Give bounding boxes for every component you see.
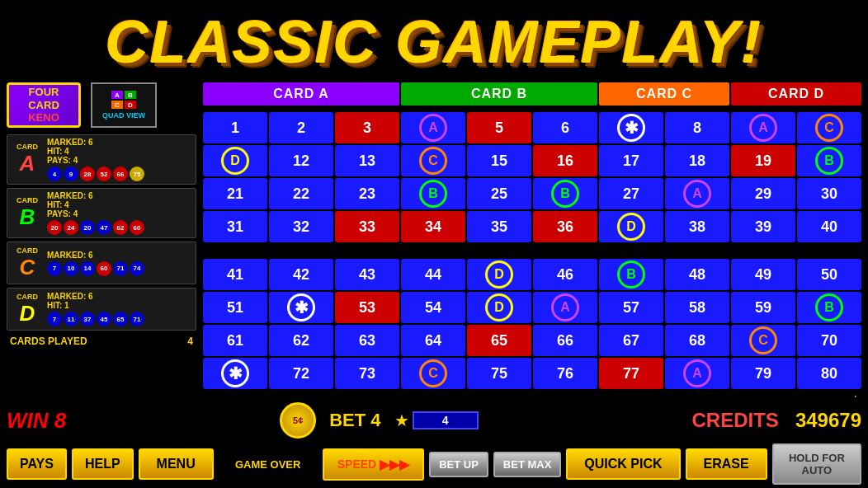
- grid1-cell-12[interactable]: 12: [269, 145, 333, 176]
- grid2-cell-25[interactable]: 65: [467, 325, 531, 356]
- grid1-cell-23[interactable]: 23: [335, 178, 399, 209]
- grid1-cell-39[interactable]: 39: [731, 211, 795, 242]
- grid2-cell-12[interactable]: ✱: [269, 292, 333, 323]
- grid2-cell-20[interactable]: B: [797, 292, 861, 323]
- pays-button[interactable]: PAYS: [7, 448, 67, 480]
- grid2-cell-4[interactable]: 44: [401, 259, 465, 290]
- speed-button[interactable]: SPEED ▶▶▶: [323, 448, 424, 481]
- grid1-cell-21[interactable]: 21: [203, 178, 267, 209]
- erase-button[interactable]: ERASE: [686, 448, 767, 480]
- bet-max-button[interactable]: BET MAX: [493, 452, 562, 477]
- menu-button[interactable]: MENU: [139, 448, 214, 480]
- card-a-num1: 4: [47, 167, 62, 181]
- grid2-cell-18[interactable]: 58: [665, 292, 729, 323]
- grid1-cell-22[interactable]: 22: [269, 178, 333, 209]
- grid1-cell-29[interactable]: 29: [731, 178, 795, 209]
- grid2-cell-28[interactable]: 68: [665, 325, 729, 356]
- grid2-cell-10[interactable]: 50: [797, 259, 861, 290]
- bet-up-button[interactable]: BET UP: [429, 452, 488, 477]
- grid2-cell-21[interactable]: 61: [203, 325, 267, 356]
- help-button[interactable]: HELP: [72, 448, 134, 480]
- grid1-cell-18[interactable]: 18: [665, 145, 729, 176]
- grid1-cell-24[interactable]: B: [401, 178, 465, 209]
- grid2-cell-11[interactable]: 51: [203, 292, 267, 323]
- grid1-cell-19[interactable]: 19: [731, 145, 795, 176]
- grid1-cell-9[interactable]: A: [731, 112, 795, 143]
- grid1-cell-11[interactable]: D: [203, 145, 267, 176]
- grid2-cell-14[interactable]: 54: [401, 292, 465, 323]
- grid1-cell-38[interactable]: 38: [665, 211, 729, 242]
- grid1-cell-17[interactable]: 17: [599, 145, 663, 176]
- grid2-cell-23[interactable]: 63: [335, 325, 399, 356]
- card-c-info: CARD C MARKED: 6 7 10 14 60 71 74: [7, 242, 196, 284]
- grid1-cell-3[interactable]: 3: [335, 112, 399, 143]
- grid1-cell-28[interactable]: A: [665, 178, 729, 209]
- grid1-cell-20[interactable]: B: [797, 145, 861, 176]
- grid2-cell-17[interactable]: 57: [599, 292, 663, 323]
- grid2-cell-32[interactable]: 72: [269, 358, 333, 389]
- grid2-cell-39[interactable]: 79: [731, 358, 795, 389]
- grid1-cell-2[interactable]: 2: [269, 112, 333, 143]
- card-a-num6: 75: [130, 167, 144, 181]
- quick-pick-button[interactable]: QUICK PICK: [566, 448, 680, 480]
- hold-for-auto-button[interactable]: HOLD FOR AUTO: [772, 443, 861, 485]
- grid1-cell-4[interactable]: A: [401, 112, 465, 143]
- grid1-cell-31[interactable]: 31: [203, 211, 267, 242]
- grid2-cell-9[interactable]: 49: [731, 259, 795, 290]
- grid1-cell-13[interactable]: 13: [335, 145, 399, 176]
- logo-row: FOURCARDKENO A B C D QUAD VIEW: [7, 82, 196, 128]
- grid2-cell-8[interactable]: 48: [665, 259, 729, 290]
- grid1-cell-16[interactable]: 16: [533, 145, 597, 176]
- card-c-num2: 10: [64, 261, 78, 276]
- grid2-cell-38[interactable]: A: [665, 358, 729, 389]
- grid2-cell-35[interactable]: 75: [467, 358, 531, 389]
- grid2-cell-16[interactable]: A: [533, 292, 597, 323]
- grid2-cell-3[interactable]: 43: [335, 259, 399, 290]
- grid1-cell-35[interactable]: 35: [467, 211, 531, 242]
- grid2-cell-31[interactable]: ✱: [203, 358, 267, 389]
- grid2-cell-26[interactable]: 66: [533, 325, 597, 356]
- grid1-cell-34[interactable]: 34: [401, 211, 465, 242]
- grid2-cell-5[interactable]: D: [467, 259, 531, 290]
- grid2-cell-30[interactable]: 70: [797, 325, 861, 356]
- grid2-cell-27[interactable]: 67: [599, 325, 663, 356]
- grid1-cell-6[interactable]: 6: [533, 112, 597, 143]
- grid2-cell-36[interactable]: 76: [533, 358, 597, 389]
- grid2-cell-22[interactable]: 62: [269, 325, 333, 356]
- cards-played-row: CARDS PLAYED 4: [7, 334, 196, 349]
- grid1-cell-8[interactable]: 8: [665, 112, 729, 143]
- grid1-cell-37[interactable]: D: [599, 211, 663, 242]
- grid1-cell-7[interactable]: ✱: [599, 112, 663, 143]
- grid2-cell-40[interactable]: 80: [797, 358, 861, 389]
- grid1-cell-32[interactable]: 32: [269, 211, 333, 242]
- grid1-cell-33[interactable]: 33: [335, 211, 399, 242]
- card-c-numbers: 7 10 14 60 71 74: [47, 261, 191, 276]
- grid2-cell-37[interactable]: 77: [599, 358, 663, 389]
- grid1-cell-26[interactable]: B: [533, 178, 597, 209]
- grid1-cell-10[interactable]: C: [797, 112, 861, 143]
- grid2-cell-13[interactable]: 53: [335, 292, 399, 323]
- grid1-cell-15[interactable]: 15: [467, 145, 531, 176]
- grid1-cell-27[interactable]: 27: [599, 178, 663, 209]
- grid2-cell-33[interactable]: 73: [335, 358, 399, 389]
- grid1-cell-1[interactable]: 1: [203, 112, 267, 143]
- grid2-cell-24[interactable]: 64: [401, 325, 465, 356]
- grid2-cell-1[interactable]: 41: [203, 259, 267, 290]
- grid2-cell-2[interactable]: 42: [269, 259, 333, 290]
- grid1-cell-30[interactable]: 30: [797, 178, 861, 209]
- grid2-cell-7[interactable]: B: [599, 259, 663, 290]
- grid2-cell-6[interactable]: 46: [533, 259, 597, 290]
- grid1-cell-5[interactable]: 5: [467, 112, 531, 143]
- bottom-row1: WIN 8 5¢ BET 4 ★ 4 CREDITS 349679: [7, 402, 861, 439]
- grid1-cell-14[interactable]: C: [401, 145, 465, 176]
- grid2-cell-34[interactable]: C: [401, 358, 465, 389]
- grid2-cell-19[interactable]: 59: [731, 292, 795, 323]
- card-c-num6: 74: [130, 261, 144, 276]
- grid1-cell-25[interactable]: 25: [467, 178, 531, 209]
- card-d-letter: D: [20, 301, 35, 326]
- card-b-num1: 20: [47, 220, 62, 235]
- grid2-cell-29[interactable]: C: [731, 325, 795, 356]
- grid2-cell-15[interactable]: D: [467, 292, 531, 323]
- grid1-cell-36[interactable]: 36: [533, 211, 597, 242]
- grid1-cell-40[interactable]: 40: [797, 211, 861, 242]
